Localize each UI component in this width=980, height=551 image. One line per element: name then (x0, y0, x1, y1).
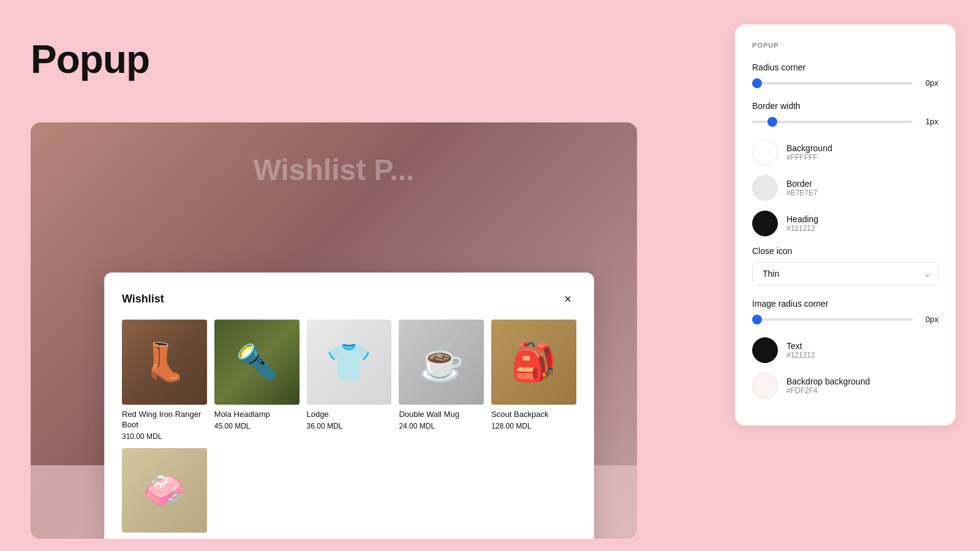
background-color-info: Background #FFFFFF (786, 143, 832, 162)
product-card-2: Mola Headlamp 45.00 MDL (214, 320, 300, 441)
settings-section-title: POPUP (752, 42, 938, 49)
product-image-headlamp (214, 320, 300, 405)
page-title: Popup (31, 37, 149, 82)
product-image-tshirt (307, 320, 392, 405)
product-name-6: Mud Scrub Soap (122, 538, 207, 539)
border-hex: #E7E7E7 (786, 189, 818, 197)
image-radius-setting: Image radius corner 0px (752, 299, 938, 324)
product-image-soap (122, 448, 207, 533)
product-name-2: Mola Headlamp (214, 410, 300, 420)
product-image-boot (122, 320, 207, 405)
popup-header: Wishlist × (122, 290, 576, 307)
product-image-mug (399, 320, 484, 405)
product-price-3: 36.00 MDL (307, 422, 392, 430)
text-label: Text (786, 341, 815, 351)
preview-area: Wishlist P... Wishlist × Red Wing Iron R… (31, 122, 637, 539)
product-name-3: Lodge (307, 410, 392, 420)
product-card-4: Double Wall Mug 24.00 MDL (399, 320, 484, 441)
background-label: Background (786, 143, 832, 153)
radius-corner-slider[interactable] (752, 82, 913, 84)
text-swatch[interactable] (752, 337, 778, 363)
border-label: Border (786, 179, 818, 189)
product-grid-row2: Mud Scrub Soap 15.00 MDL (122, 448, 576, 539)
backdrop-color-row: Backdrop background #FDF2F4 (752, 373, 938, 399)
heading-hex: #121212 (786, 224, 818, 233)
product-price-5: 128.00 MDL (491, 422, 576, 430)
background-swatch[interactable] (752, 140, 778, 165)
preview-bg-text: Wishlist P... (254, 153, 415, 187)
border-color-row: Border #E7E7E7 (752, 175, 938, 201)
heading-color-info: Heading #121212 (786, 214, 818, 233)
border-width-control: 1px (752, 117, 938, 126)
product-card-5: Scout Backpack 128.00 MDL (491, 320, 576, 441)
image-radius-control: 0px (752, 315, 938, 324)
product-card-6: Mud Scrub Soap 15.00 MDL (122, 448, 207, 539)
border-color-info: Border #E7E7E7 (786, 179, 818, 197)
popup-title: Wishlist (122, 293, 164, 305)
backdrop-hex: #FDF2F4 (786, 386, 870, 395)
product-price-4: 24.00 MDL (399, 422, 484, 430)
product-name-4: Double Wall Mug (399, 410, 484, 420)
image-radius-value: 0px (920, 315, 938, 324)
radius-corner-setting: Radius corner 0px (752, 62, 938, 88)
close-icon-label: Close icon (752, 246, 938, 256)
settings-panel: POPUP Radius corner 0px Border width 1px… (735, 24, 956, 425)
border-swatch[interactable] (752, 175, 778, 201)
backdrop-color-info: Backdrop background #FDF2F4 (786, 377, 870, 395)
product-grid-row1: Red Wing Iron Ranger Boot 310.00 MDL Mol… (122, 320, 576, 441)
radius-corner-control: 0px (752, 78, 938, 88)
product-name-5: Scout Backpack (491, 410, 576, 420)
product-name-1: Red Wing Iron Ranger Boot (122, 410, 207, 430)
close-icon-select[interactable]: Thin Regular Bold (752, 262, 938, 285)
background-color-row: Background #FFFFFF (752, 140, 938, 165)
radius-corner-label: Radius corner (752, 62, 938, 72)
text-hex: #121212 (786, 351, 815, 359)
heading-label: Heading (786, 214, 818, 224)
image-radius-label: Image radius corner (752, 299, 938, 309)
border-width-value: 1px (920, 117, 938, 126)
backdrop-swatch[interactable] (752, 373, 778, 399)
text-color-row: Text #121212 (752, 337, 938, 363)
text-color-info: Text #121212 (786, 341, 815, 359)
product-price-1: 310.00 MDL (122, 432, 207, 441)
product-price-2: 45.00 MDL (214, 422, 300, 430)
heading-swatch[interactable] (752, 211, 778, 236)
close-icon-setting: Close icon Thin Regular Bold ⌄ (752, 246, 938, 285)
heading-color-row: Heading #121212 (752, 211, 938, 236)
backdrop-label: Backdrop background (786, 377, 870, 386)
image-radius-slider[interactable] (752, 318, 913, 321)
popup-modal: Wishlist × Red Wing Iron Ranger Boot 310… (104, 272, 594, 539)
close-button[interactable]: × (559, 290, 576, 307)
border-width-label: Border width (752, 101, 938, 111)
product-card-1: Red Wing Iron Ranger Boot 310.00 MDL (122, 320, 207, 441)
background-hex: #FFFFFF (786, 153, 832, 162)
product-image-backpack (491, 320, 576, 405)
border-width-setting: Border width 1px (752, 101, 938, 126)
border-width-slider[interactable] (752, 121, 913, 123)
product-card-3: Lodge 36.00 MDL (307, 320, 392, 441)
close-icon-select-wrapper: Thin Regular Bold ⌄ (752, 262, 938, 285)
radius-corner-value: 0px (920, 78, 938, 88)
